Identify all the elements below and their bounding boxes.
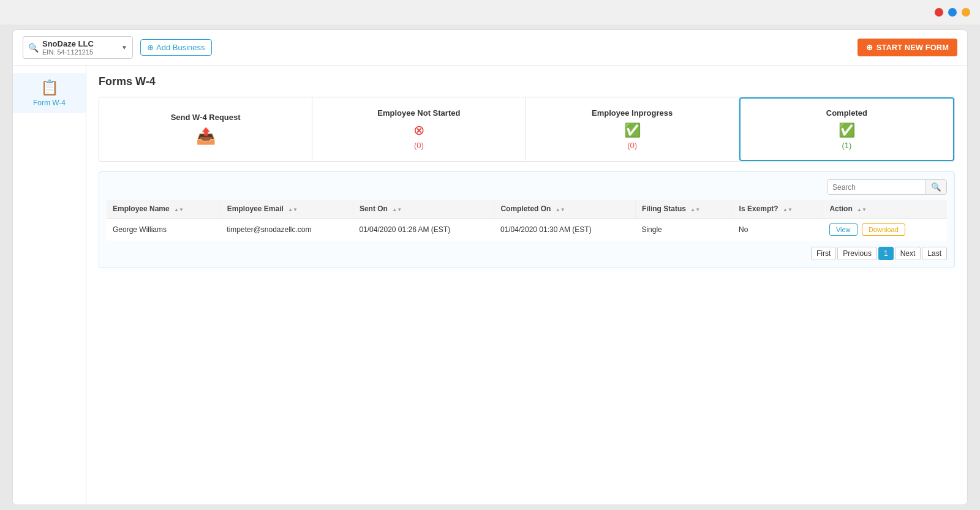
- card-title-completed: Completed: [826, 108, 867, 118]
- sort-arrows-name[interactable]: ▲▼: [174, 208, 184, 212]
- content-area: 📋 Form W-4 Forms W-4 Send W-4 Request 📤 …: [13, 66, 967, 504]
- sort-arrows-action[interactable]: ▲▼: [857, 208, 867, 212]
- cell-completed-on: 01/04/2020 01:30 AM (EST): [494, 219, 636, 241]
- cell-action: View Download: [823, 219, 947, 241]
- search-icon: 🔍: [28, 43, 39, 53]
- plus-circle-icon: ⊕: [866, 43, 873, 52]
- sort-arrows-filing-status[interactable]: ▲▼: [690, 208, 700, 212]
- table-area: 🔍 Employee Name ▲▼ Employee Email ▲▼: [99, 171, 955, 268]
- sort-arrows-is-exempt[interactable]: ▲▼: [783, 208, 793, 212]
- current-page-button[interactable]: 1: [878, 247, 894, 260]
- table-header: Employee Name ▲▼ Employee Email ▲▼ Sent …: [107, 200, 947, 219]
- add-business-button[interactable]: ⊕ Add Business: [140, 39, 212, 56]
- chevron-down-icon: ▼: [121, 44, 127, 51]
- status-card-not-started[interactable]: Employee Not Started ⊗ (0): [312, 97, 526, 161]
- main-window: 🔍 SnoDaze LLC EIN: 54-1121215 ▼ ⊕ Add Bu…: [12, 29, 968, 505]
- card-count-inprogress: (0): [627, 141, 637, 150]
- table-row: George Williams timpeter@snodazellc.com …: [107, 219, 947, 241]
- x-circle-icon: ⊗: [413, 122, 424, 138]
- download-button[interactable]: Download: [862, 223, 905, 236]
- card-title-inprogress: Employee Inprogress: [592, 108, 673, 118]
- col-completed-on: Completed On ▲▼: [494, 200, 636, 219]
- sidebar: 📋 Form W-4: [13, 66, 86, 504]
- yellow-dot: [962, 8, 970, 17]
- status-card-send-w4[interactable]: Send W-4 Request 📤: [99, 97, 312, 161]
- form-icon: 📋: [40, 79, 59, 96]
- next-page-button[interactable]: Next: [895, 247, 921, 260]
- business-ein: EIN: 54-1121215: [42, 48, 118, 56]
- cell-employee-email: timpeter@snodazellc.com: [221, 219, 353, 241]
- red-dot: [935, 8, 943, 17]
- table-body: George Williams timpeter@snodazellc.com …: [107, 219, 947, 241]
- check-circle-green-icon: ✅: [839, 122, 855, 138]
- search-input[interactable]: [827, 181, 925, 194]
- check-circle-orange-icon: ✅: [624, 122, 641, 138]
- col-employee-email: Employee Email ▲▼: [221, 200, 353, 219]
- blue-dot: [948, 8, 957, 17]
- card-title-send-w4: Send W-4 Request: [171, 113, 241, 122]
- status-card-inprogress[interactable]: Employee Inprogress ✅ (0): [526, 97, 739, 161]
- card-count-not-started: (0): [414, 141, 424, 150]
- cell-sent-on: 01/04/2020 01:26 AM (EST): [353, 219, 494, 241]
- sort-arrows-completed-on[interactable]: ▲▼: [556, 208, 565, 212]
- first-page-button[interactable]: First: [811, 247, 836, 260]
- cell-employee-name: George Williams: [107, 219, 221, 241]
- col-employee-name: Employee Name ▲▼: [107, 200, 221, 219]
- col-filing-status: Filing Status ▲▼: [635, 200, 733, 219]
- col-is-exempt: Is Exempt? ▲▼: [733, 200, 823, 219]
- business-selector[interactable]: 🔍 SnoDaze LLC EIN: 54-1121215 ▼: [23, 36, 133, 59]
- business-info: SnoDaze LLC EIN: 54-1121215: [42, 39, 118, 56]
- search-box: 🔍: [827, 179, 947, 195]
- sort-arrows-email[interactable]: ▲▼: [288, 208, 298, 212]
- sort-arrows-sent-on[interactable]: ▲▼: [392, 208, 402, 212]
- active-card-arrow: [840, 160, 853, 162]
- last-page-button[interactable]: Last: [922, 247, 947, 260]
- cell-is-exempt: No: [733, 219, 823, 241]
- plus-icon: ⊕: [147, 43, 154, 52]
- title-bar: [0, 0, 980, 24]
- start-new-form-button[interactable]: ⊕ START NEW FORM: [858, 39, 957, 56]
- business-name: SnoDaze LLC: [42, 39, 118, 48]
- employees-table: Employee Name ▲▼ Employee Email ▲▼ Sent …: [107, 200, 947, 241]
- card-title-not-started: Employee Not Started: [377, 108, 460, 118]
- col-sent-on: Sent On ▲▼: [353, 200, 494, 219]
- view-button[interactable]: View: [829, 223, 858, 236]
- status-card-completed[interactable]: Completed ✅ (1): [739, 97, 954, 161]
- top-bar: 🔍 SnoDaze LLC EIN: 54-1121215 ▼ ⊕ Add Bu…: [13, 30, 967, 66]
- page-title: Forms W-4: [99, 75, 955, 88]
- status-cards: Send W-4 Request 📤 Employee Not Started …: [99, 97, 955, 162]
- search-button[interactable]: 🔍: [925, 180, 946, 194]
- start-form-label: START NEW FORM: [876, 43, 949, 52]
- send-icon: 📤: [196, 127, 216, 146]
- table-toolbar: 🔍: [107, 179, 947, 195]
- pagination: First Previous 1 Next Last: [107, 247, 947, 260]
- main-content: Forms W-4 Send W-4 Request 📤 Employee No…: [86, 66, 967, 504]
- sidebar-item-form-w4[interactable]: 📋 Form W-4: [13, 73, 86, 113]
- sidebar-item-label: Form W-4: [33, 99, 66, 107]
- previous-page-button[interactable]: Previous: [837, 247, 877, 260]
- add-business-label: Add Business: [156, 43, 205, 52]
- cell-filing-status: Single: [635, 219, 733, 241]
- col-action: Action ▲▼: [823, 200, 947, 219]
- card-count-completed: (1): [842, 141, 851, 150]
